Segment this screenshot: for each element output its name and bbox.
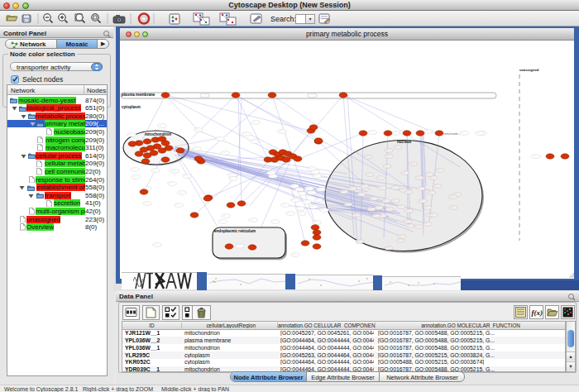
svg-text:····: ···· (155, 244, 158, 246)
svg-text:····: ···· (417, 177, 420, 179)
svg-text:····: ···· (450, 196, 453, 198)
svg-text:····: ···· (133, 176, 136, 179)
svg-text:····: ···· (405, 221, 409, 223)
svg-text:····: ···· (395, 146, 399, 149)
svg-text:····: ···· (322, 209, 325, 212)
svg-text:····: ···· (359, 194, 362, 196)
svg-text:····: ···· (153, 170, 156, 172)
svg-text:····: ···· (244, 133, 247, 136)
svg-text:····: ···· (406, 191, 409, 194)
svg-text:····: ···· (223, 152, 226, 155)
svg-text:····: ···· (172, 170, 175, 173)
svg-text:····: ···· (425, 131, 428, 133)
svg-text:····: ···· (362, 185, 366, 188)
svg-text:····: ···· (370, 131, 373, 134)
svg-text:····: ···· (184, 175, 188, 178)
svg-text:····: ···· (408, 225, 411, 227)
svg-text:····: ···· (374, 215, 377, 218)
svg-text:····: ···· (132, 169, 136, 171)
svg-text:····: ···· (477, 132, 481, 135)
svg-text:····: ···· (425, 223, 428, 226)
svg-text:····: ···· (223, 215, 227, 218)
svg-text:····: ···· (425, 207, 428, 209)
svg-text:····: ···· (253, 122, 256, 124)
svg-text:····: ···· (451, 207, 454, 209)
svg-text:····: ···· (129, 134, 132, 136)
svg-text:····: ···· (403, 172, 406, 174)
svg-text:plasma membrane: plasma membrane (122, 93, 156, 97)
svg-text:····: ···· (400, 236, 403, 238)
svg-text:····: ···· (252, 141, 256, 143)
svg-text:····: ···· (393, 132, 396, 135)
svg-text:····: ···· (309, 168, 313, 170)
svg-text:····: ···· (231, 178, 234, 180)
svg-text:····: ···· (386, 155, 390, 158)
svg-text:f(x): f(x) (532, 308, 543, 317)
svg-text:····: ···· (393, 187, 396, 189)
svg-text:····: ···· (170, 183, 173, 185)
svg-text:····: ···· (380, 187, 383, 189)
svg-text:····: ···· (270, 175, 274, 178)
svg-text:····: ···· (179, 192, 183, 194)
svg-text:····: ···· (393, 200, 396, 203)
svg-text:····: ···· (346, 203, 349, 206)
svg-text:····: ···· (357, 241, 361, 243)
svg-text:endoplasmic reticulum: endoplasmic reticulum (214, 229, 256, 233)
svg-text:cytoplasm: cytoplasm (122, 105, 141, 109)
svg-text:····: ···· (218, 138, 221, 141)
svg-text:····: ···· (307, 188, 310, 190)
svg-text:····: ···· (378, 177, 381, 179)
svg-text:····: ···· (398, 240, 401, 242)
svg-text:····: ···· (318, 189, 322, 191)
svg-text:····: ···· (367, 174, 371, 176)
svg-text:····: ···· (411, 163, 414, 165)
svg-text:····: ···· (431, 177, 434, 179)
svg-text:····: ···· (371, 198, 375, 200)
svg-text:····: ···· (435, 185, 438, 188)
svg-text:····: ···· (427, 174, 430, 176)
svg-text:····: ···· (194, 148, 198, 151)
svg-text:····: ···· (316, 199, 319, 202)
svg-text:mitochondrion: mitochondrion (145, 132, 171, 136)
svg-text:····: ···· (299, 193, 303, 195)
svg-text:····: ···· (298, 208, 301, 210)
svg-text:····: ···· (534, 155, 537, 158)
svg-text:····: ···· (283, 204, 286, 207)
svg-text:····: ···· (309, 192, 313, 194)
svg-text:····: ···· (280, 131, 283, 133)
svg-text:····: ···· (369, 208, 372, 211)
svg-text:····: ···· (376, 207, 380, 209)
svg-text:····: ···· (354, 214, 357, 217)
svg-text:····: ···· (145, 203, 148, 205)
svg-text:····: ···· (299, 213, 303, 215)
svg-text:unassigned: unassigned (519, 68, 539, 72)
svg-text:····: ···· (462, 132, 465, 135)
svg-text:····: ···· (386, 247, 390, 250)
svg-text:····: ···· (251, 219, 254, 222)
svg-text:····: ···· (220, 221, 223, 223)
svg-text:····: ···· (314, 175, 318, 178)
svg-text:····: ···· (350, 188, 353, 190)
svg-text:····: ···· (196, 129, 199, 131)
svg-text:····: ···· (292, 185, 295, 188)
svg-text:····: ···· (273, 221, 276, 223)
svg-text:····: ···· (438, 170, 441, 172)
svg-text:····: ···· (297, 189, 300, 191)
svg-text:····: ···· (176, 204, 179, 207)
svg-text:····: ···· (313, 171, 316, 174)
svg-text:····: ···· (399, 206, 402, 208)
svg-text:····: ···· (420, 200, 423, 203)
svg-text:····: ···· (386, 150, 390, 152)
svg-text:····: ···· (160, 125, 163, 127)
svg-text:····: ···· (416, 226, 419, 228)
svg-text:····: ···· (385, 165, 388, 168)
svg-text:····: ···· (401, 189, 404, 192)
svg-text:····: ···· (293, 199, 296, 202)
svg-text:····: ···· (269, 172, 272, 174)
svg-text:····: ···· (429, 192, 433, 194)
svg-text:····: ···· (384, 200, 387, 203)
svg-text:nucleus: nucleus (397, 140, 412, 144)
svg-text:mitochondri...: mitochondri... (444, 132, 460, 136)
svg-text:····: ···· (431, 214, 434, 217)
svg-text:····: ···· (342, 191, 345, 194)
